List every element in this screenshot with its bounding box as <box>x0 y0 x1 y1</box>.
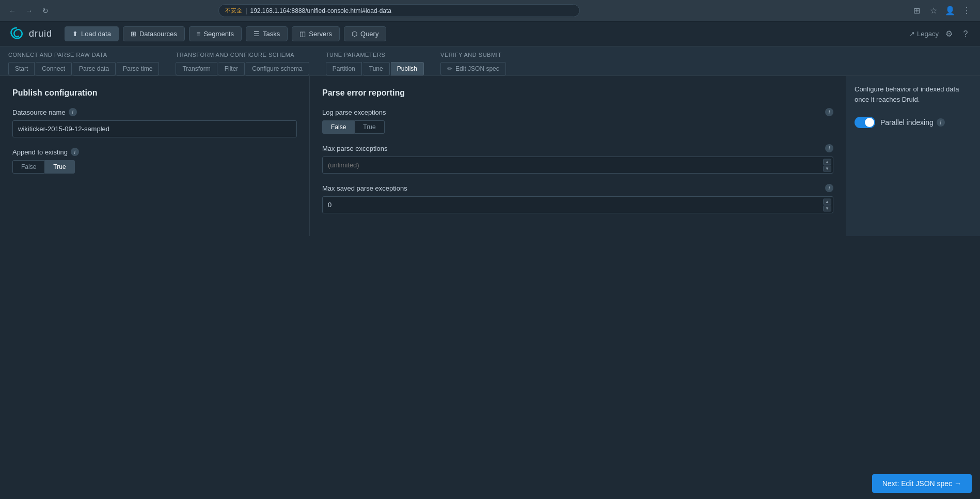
back-button[interactable]: ← <box>6 5 19 17</box>
settings-icon[interactable]: ⚙ <box>943 28 955 40</box>
legacy-link[interactable]: ↗ Legacy <box>909 30 939 38</box>
step-partition-btn[interactable]: Partition <box>326 62 362 75</box>
append-true-btn[interactable]: True <box>45 160 74 174</box>
step-filter-btn[interactable]: Filter <box>218 62 245 75</box>
menu-icon[interactable]: ⋮ <box>959 4 974 18</box>
external-link-icon: ↗ <box>909 30 915 38</box>
append-existing-group: Append to existing i False True <box>12 148 297 174</box>
servers-label: Servers <box>309 30 332 38</box>
step-parse-data-btn[interactable]: Parse data <box>73 62 116 75</box>
step-publish-btn[interactable]: Publish <box>391 62 424 75</box>
max-saved-down-arrow[interactable]: ▼ <box>823 205 831 211</box>
step-group-verify-label: Verify and submit <box>440 52 506 59</box>
log-parse-label-row: Log parse exceptions i <box>322 108 833 116</box>
bookmark-icon[interactable]: ☆ <box>926 4 941 18</box>
verify-group-top: ✏ Edit JSON spec <box>440 62 506 75</box>
max-saved-info-icon[interactable]: i <box>825 184 833 192</box>
parallel-indexing-toggle[interactable] <box>855 117 875 128</box>
max-parse-group: Max parse exceptions i ▲ ▼ 点击固定 <box>322 144 833 174</box>
max-saved-label-row: Max saved parse exceptions i <box>322 184 833 192</box>
next-button[interactable]: Next: Edit JSON spec → <box>872 474 972 493</box>
step-buttons-transform: Transform Filter Configure schema <box>176 62 309 75</box>
max-saved-up-arrow[interactable]: ▲ <box>823 198 831 205</box>
servers-nav-btn[interactable]: ◫ Servers <box>292 26 340 41</box>
log-parse-group: Log parse exceptions i False True <box>322 108 833 134</box>
separator: | <box>245 7 247 14</box>
forward-button[interactable]: → <box>23 5 35 17</box>
max-saved-group: Max saved parse exceptions i ▲ ▼ <box>322 184 833 213</box>
publish-config-title: Publish configuration <box>12 88 297 98</box>
datasource-name-label-row: Datasource name i <box>12 108 297 116</box>
segments-label: Segments <box>203 30 234 38</box>
log-true-btn[interactable]: True <box>355 120 384 134</box>
step-parse-time-btn[interactable]: Parse time <box>117 62 159 75</box>
load-data-icon: ⬆ <box>72 30 78 38</box>
max-saved-input[interactable] <box>322 196 833 213</box>
refresh-button[interactable]: ↻ <box>39 5 52 17</box>
datasource-name-info-icon[interactable]: i <box>69 108 77 116</box>
step-group-tune-label: Tune parameters <box>326 52 424 59</box>
logo-text: druid <box>29 28 52 39</box>
step-transform-btn[interactable]: Transform <box>176 62 217 75</box>
max-saved-input-wrapper: ▲ ▼ <box>322 196 833 213</box>
query-nav-btn[interactable]: ⬡ Query <box>344 26 386 41</box>
max-parse-input-wrapper: ▲ ▼ <box>322 157 833 174</box>
append-false-btn[interactable]: False <box>12 160 45 174</box>
log-false-btn[interactable]: False <box>322 120 355 134</box>
step-group-transform-label: Transform and configure schema <box>176 52 309 59</box>
nav-right: ↗ Legacy ⚙ ? <box>909 28 972 40</box>
max-parse-label: Max parse exceptions <box>322 145 387 152</box>
tasks-nav-btn[interactable]: ☰ Tasks <box>246 26 288 41</box>
edit-json-icon: ✏ <box>447 65 452 72</box>
load-data-label: Load data <box>81 30 111 38</box>
datasource-name-input[interactable] <box>12 120 297 137</box>
append-toggle-group: False True <box>12 160 297 174</box>
step-connect-btn[interactable]: Connect <box>36 62 72 75</box>
step-group-verify: Verify and submit ✏ Edit JSON spec <box>440 52 506 75</box>
step-buttons-tune: Partition Tune Publish <box>326 62 424 75</box>
url-text: 192.168.1.164:8888/unified-console.html#… <box>250 7 391 14</box>
logo: druid <box>8 26 52 42</box>
step-configure-schema-btn[interactable]: Configure schema <box>246 62 309 75</box>
max-parse-arrows: ▲ ▼ <box>823 159 831 171</box>
max-saved-arrows: ▲ ▼ <box>823 198 831 211</box>
append-info-icon[interactable]: i <box>71 148 79 156</box>
max-parse-info-icon[interactable]: i <box>825 144 833 152</box>
log-parse-label: Log parse exceptions <box>322 108 386 116</box>
parse-error-title: Parse error reporting <box>322 88 833 98</box>
datasources-label: Datasources <box>139 30 177 38</box>
tasks-label: Tasks <box>263 30 280 38</box>
address-bar[interactable]: 不安全 | 192.168.1.164:8888/unified-console… <box>218 4 580 17</box>
parallel-indexing-label: Parallel indexing i <box>880 118 945 127</box>
step-start-btn[interactable]: Start <box>8 62 35 75</box>
log-parse-info-icon[interactable]: i <box>825 108 833 116</box>
segments-nav-btn[interactable]: ≡ Segments <box>189 26 242 41</box>
load-data-nav-btn[interactable]: ⬆ Load data <box>65 26 119 41</box>
datasource-name-label: Datasource name <box>12 108 66 116</box>
step-group-parse-label: Connect and parse raw data <box>8 52 159 59</box>
profile-icon[interactable]: 👤 <box>943 4 957 18</box>
max-parse-input[interactable] <box>322 157 833 174</box>
help-icon[interactable]: ? <box>959 28 972 40</box>
browser-actions: ⊞ ☆ 👤 ⋮ <box>910 4 974 18</box>
translate-icon[interactable]: ⊞ <box>910 4 924 18</box>
right-panel: Parse error reporting Log parse exceptio… <box>310 76 846 236</box>
parallel-indexing-info-icon[interactable]: i <box>937 118 945 127</box>
security-label: 不安全 <box>225 7 242 14</box>
steps-row-outer: Connect and parse raw data Start Connect… <box>8 52 972 75</box>
datasources-icon: ⊞ <box>131 30 136 38</box>
step-group-parse: Connect and parse raw data Start Connect… <box>8 52 159 75</box>
max-parse-label-row: Max parse exceptions i <box>322 144 833 152</box>
druid-logo-icon <box>8 26 25 42</box>
datasources-nav-btn[interactable]: ⊞ Datasources <box>123 26 185 41</box>
append-label: Append to existing <box>12 148 68 156</box>
browser-chrome: ← → ↻ 不安全 | 192.168.1.164:8888/unified-c… <box>0 0 980 22</box>
max-parse-up-arrow[interactable]: ▲ <box>823 159 831 165</box>
edit-json-spec-btn[interactable]: ✏ Edit JSON spec <box>440 62 506 75</box>
max-saved-label: Max saved parse exceptions <box>322 184 407 192</box>
max-parse-down-arrow[interactable]: ▼ <box>823 165 831 171</box>
step-tune-btn[interactable]: Tune <box>363 62 390 75</box>
step-group-tune: Tune parameters Partition Tune Publish <box>326 52 424 75</box>
query-label: Query <box>360 30 378 38</box>
servers-icon: ◫ <box>299 30 306 38</box>
